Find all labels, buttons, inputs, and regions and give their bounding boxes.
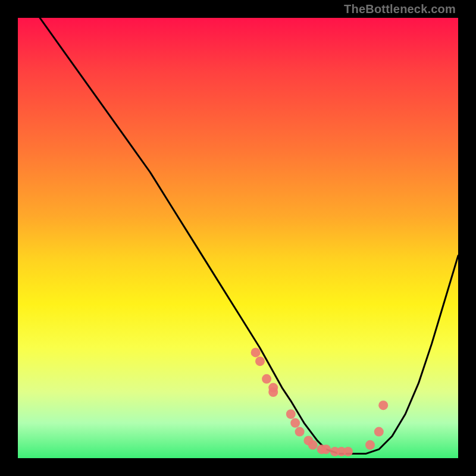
bottleneck-curve: [40, 18, 458, 454]
data-point-marker: [251, 347, 261, 357]
chart-svg: [18, 18, 458, 458]
chart-frame: TheBottleneck.com: [0, 0, 476, 476]
data-point-marker: [308, 440, 318, 450]
data-point-marker: [262, 374, 271, 384]
data-point-marker: [286, 409, 296, 419]
data-point-marker: [255, 356, 265, 366]
data-point-marker: [365, 440, 375, 450]
data-point-marker: [374, 427, 384, 437]
data-point-marker: [268, 387, 278, 397]
data-point-marker: [290, 418, 300, 428]
data-point-marker: [321, 444, 331, 454]
data-point-marker: [295, 427, 305, 437]
data-point-marker: [378, 400, 388, 410]
watermark-text: TheBottleneck.com: [344, 2, 456, 16]
data-point-marker: [343, 447, 353, 456]
plot-area: [18, 18, 458, 458]
